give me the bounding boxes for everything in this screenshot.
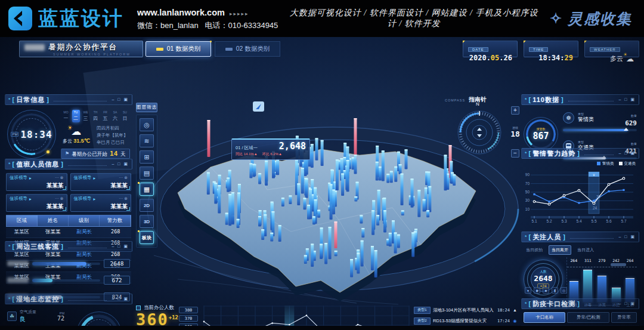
duty-card-label: 值班领导 (74, 175, 92, 181)
focus-icon-strip: ● ◆ ■ ▮ ◎ (525, 287, 567, 294)
platform-subtitle: SUMMER WORKING PLATFORM (53, 53, 143, 56)
weekday-cell[interactable]: FR五 (101, 110, 109, 122)
date-month: 05 (491, 54, 499, 62)
svg-text:5.7: 5.7 (621, 219, 626, 223)
poi-icon[interactable]: ◎ (140, 118, 154, 131)
count-value: 629 (625, 119, 637, 127)
lanlan-logo[interactable]: 蓝蓝设计 (8, 5, 124, 32)
weather-label: WEATHER (590, 47, 620, 52)
more-icon[interactable]: ⋯ ⊗ (119, 175, 128, 180)
notice-prefix: 暑期办公已开始 (72, 151, 107, 157)
panel-window-icons[interactable]: – □ ▣ (618, 97, 636, 102)
svg-text:10: 10 (525, 207, 530, 211)
svg-text:5.1: 5.1 (531, 219, 537, 223)
metric-status: 良 (20, 315, 36, 323)
tab-data-category-2[interactable]: 02 数据类别 (215, 41, 280, 57)
masked-label (7, 277, 29, 283)
svg-text:30: 30 (596, 195, 601, 199)
arrow-icon: ▸ (94, 175, 96, 181)
zoom-out-button[interactable]: − (511, 149, 519, 158)
panel-window-icons[interactable]: – □ ▣ (618, 235, 636, 239)
alert-direction-icon: ▲ (512, 308, 518, 312)
flow-value: 672 (104, 276, 130, 285)
building-icon[interactable]: ⊞ (140, 150, 154, 164)
type-name: 警情类 (578, 116, 594, 124)
wechat-value: ben_lanlan (160, 21, 199, 30)
panel-window-icons[interactable]: – □ ▣ (618, 301, 636, 306)
duty-leader-card[interactable]: 值班领导▸⋯ ⊗某某某 (6, 173, 67, 191)
key-icon[interactable]: ◆ (534, 287, 540, 294)
list-icon[interactable]: ▤ (140, 166, 154, 180)
duty-card-label: 值班领导 (74, 196, 92, 202)
duty-card-name: 某某某 (10, 203, 64, 211)
compass-dial[interactable] (454, 107, 504, 158)
column-header[interactable]: 区域 (7, 215, 38, 226)
more-icon[interactable]: ⋯ ⊗ (55, 175, 64, 180)
weekday-cell[interactable]: MO一 (62, 110, 70, 122)
column-header[interactable]: 卡口名称 (524, 312, 565, 323)
tab-data-category-1[interactable]: 01 数据类别 (145, 41, 211, 57)
camera-icon[interactable]: ■ (543, 287, 549, 294)
weather-value: 多云 (610, 54, 623, 63)
website-link[interactable]: www.lanlanwork.com (137, 8, 225, 17)
notice-bar: ⚑ 暑期办公已开始 14 天 (61, 149, 130, 159)
gear-icon: ☸ (563, 112, 574, 124)
column-header[interactable]: 异常率 (611, 312, 637, 323)
focus-tab[interactable]: 当日抓拍 (524, 246, 545, 254)
alert-row[interactable]: 类型2 RD13-53烟感报警疑似火灾 17:24 ◉ (414, 316, 518, 325)
zoom-in-button[interactable]: + (511, 106, 519, 115)
alert-tag: 类型1 (414, 307, 431, 314)
panel-title: 关注人员 (532, 233, 561, 242)
focus-tab[interactable]: 当日进入 (575, 246, 596, 254)
clock-time: 18:34 (20, 129, 52, 140)
flag-icon: ⚑ (65, 151, 69, 156)
more-icon[interactable]: ⋯ ⊗ (55, 196, 64, 201)
duty-leader-card[interactable]: 值班领导▸⋯ ⊗某某某 (6, 194, 67, 212)
panel-window-icons[interactable]: – □ ▣ (112, 244, 129, 249)
battery-icon[interactable]: ▮ (552, 287, 558, 294)
weekday-cell[interactable]: TH四 (92, 110, 100, 122)
metric-value: 72 (57, 315, 64, 322)
panel-focus-persons: *[关注人员]– □ ▣ 当日抓拍当日离开当日进入 人数 2648 +24 26… (521, 232, 639, 296)
panel-window-icons[interactable]: – □ ▣ (112, 297, 129, 301)
duty-leader-card[interactable]: 值班领导▸⋯ ⊗某某某 (70, 194, 132, 212)
panel-trend-chart: *[警情警力趋势]– □ ▣ 警情类 交通类 9070503010∨30245.… (521, 148, 639, 226)
eye-icon[interactable]: ◎ (561, 287, 567, 294)
weekday-cell[interactable]: SA六 (112, 110, 119, 122)
inspiration-collect[interactable]: ✧ 灵感收集 (550, 9, 636, 29)
panel-window-icons[interactable]: – □ ▣ (112, 162, 129, 166)
phone-label: 电话： (205, 21, 228, 30)
alert-row[interactable]: 类型1 湿地3-104片区有不明人员闯入 18:24 ▲ (414, 306, 518, 314)
trend-line-chart[interactable]: 9070503010∨30245.15.25.35.45.55.65.7 (524, 167, 637, 223)
sparkle-icon: ✧ (550, 10, 563, 27)
column-header[interactable]: 姓名 (38, 215, 69, 226)
more-icon[interactable]: ⋯ ⊗ (119, 196, 128, 201)
time-seconds: 29 (565, 54, 573, 62)
column-header[interactable]: 级别 (69, 215, 100, 226)
date-label: DATE (468, 47, 488, 52)
svg-text:5.5: 5.5 (591, 219, 596, 223)
svg-text:5.6: 5.6 (606, 219, 611, 223)
date-year: 2020. (469, 54, 491, 62)
panel-window-icons[interactable]: – □ ▣ (112, 97, 129, 102)
slider-handle[interactable] (611, 263, 626, 266)
panel-window-icons[interactable]: – □ ▣ (618, 151, 636, 156)
lunar-line: 辛巳月 己巳日 (97, 139, 130, 146)
column-header[interactable]: 警力数 (100, 215, 131, 226)
weekday-cell[interactable]: SU日 (121, 110, 129, 122)
signal-icon[interactable]: ≋ (140, 134, 154, 147)
duty-leader-card[interactable]: 值班领导▸⋯ ⊗某某某 (70, 173, 132, 191)
temperature-value: 31.5℃ (73, 138, 90, 144)
mode-sector-button[interactable]: 板块 (140, 231, 154, 244)
chart-icon[interactable]: ▦ (140, 183, 154, 196)
person-icon[interactable]: ● (525, 287, 531, 294)
column-header[interactable]: 异常/已检测 (567, 312, 609, 323)
chart-legend: 警情类 交通类 (597, 161, 636, 166)
table-row[interactable]: 某某区张某某副局长268 (6, 227, 131, 238)
mode-2d-button[interactable]: 2D (140, 199, 154, 212)
weekday-cell[interactable]: WE三 (82, 110, 89, 122)
focus-tab[interactable]: 当日离开 (549, 245, 571, 255)
weather-text: 多云 (63, 138, 72, 144)
mode-3d-button[interactable]: 3D (140, 215, 154, 228)
weekday-cell[interactable]: TU二 (72, 110, 80, 122)
